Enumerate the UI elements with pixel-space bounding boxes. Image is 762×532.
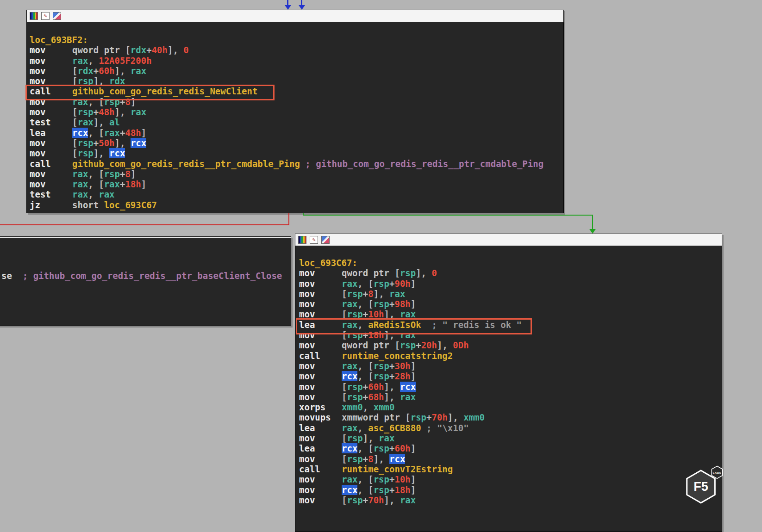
highlighted-register-token[interactable]: rcx	[342, 485, 357, 495]
register-token[interactable]: rsp	[347, 289, 362, 299]
register-token[interactable]: rsp	[347, 454, 362, 464]
mnemonic-token[interactable]: mov	[30, 97, 72, 107]
asm-line[interactable]: mov[rsp], rdx	[30, 76, 561, 86]
register-token[interactable]: rax	[72, 97, 88, 107]
mnemonic-token[interactable]: mov	[299, 433, 342, 443]
disassembly-listing[interactable]: se ; github_com_go_redis_redis__ptr_base…	[0, 239, 291, 326]
mnemonic-token[interactable]: mov	[30, 45, 72, 55]
asm-line[interactable]: movupsxmmword ptr [rsp+70h], xmm0	[299, 412, 719, 422]
label-token[interactable]: loc_693C67:	[299, 258, 357, 268]
mnemonic-token[interactable]: lea	[299, 423, 342, 433]
asm-line[interactable]: loc_693BF2:	[30, 35, 561, 45]
register-token[interactable]: xmm0	[463, 412, 485, 422]
register-token[interactable]: rax	[342, 299, 357, 309]
register-token[interactable]: rax	[99, 189, 114, 199]
mnemonic-token[interactable]: jz	[30, 200, 72, 210]
edit-icon[interactable]: ✎	[310, 236, 318, 244]
name-token[interactable]: asc_6CB880	[368, 423, 421, 433]
mnemonic-token[interactable]: mov	[299, 454, 342, 464]
asm-line[interactable]: callruntime_concatstring2	[299, 351, 719, 361]
asm-line[interactable]: learcx, [rax+48h]	[30, 128, 561, 138]
asm-line[interactable]: movrcx, [rsp+18h]	[299, 485, 719, 495]
asm-line[interactable]: movrax, [rsp+30h]	[299, 361, 719, 371]
asm-line[interactable]: mov[rsp], rax	[299, 433, 719, 443]
register-token[interactable]: rsp	[374, 485, 389, 495]
group-nodes-icon[interactable]	[53, 12, 61, 20]
mnemonic-token[interactable]: mov	[299, 278, 342, 289]
number-token[interactable]: 18h	[125, 179, 141, 189]
name-token[interactable]: loc_693C67	[104, 200, 157, 210]
mnemonic-token[interactable]: mov	[299, 382, 342, 392]
asm-line[interactable]: mov[rsp+8], rax	[299, 289, 719, 299]
asm-line[interactable]: movqword ptr [rsp+20h], 0Dh	[299, 340, 719, 350]
asm-line[interactable]: mov[rdx+60h], rax	[30, 66, 561, 76]
register-token[interactable]: rax	[400, 309, 416, 319]
mnemonic-token[interactable]: test	[30, 117, 72, 127]
register-token[interactable]: rsp	[374, 443, 389, 453]
highlighted-register-token[interactable]: rcx	[389, 454, 405, 464]
number-token[interactable]: 0	[183, 45, 188, 55]
mnemonic-token[interactable]: test	[30, 189, 72, 199]
register-token[interactable]: rax	[72, 179, 88, 189]
highlighted-register-token[interactable]: rcx	[131, 138, 146, 148]
number-token[interactable]: 48h	[125, 128, 141, 138]
register-token[interactable]: rsp	[77, 107, 93, 117]
register-token[interactable]: rax	[400, 330, 416, 340]
disassembly-listing[interactable]: loc_693BF2:movqword ptr [rdx+40h], 0movr…	[27, 23, 563, 213]
register-token[interactable]: rsp	[77, 148, 93, 158]
register-token[interactable]: rsp	[374, 474, 389, 484]
register-token[interactable]: rsp	[347, 330, 362, 340]
register-token[interactable]: rax	[131, 66, 146, 76]
number-token[interactable]: 98h	[394, 299, 410, 309]
mnemonic-token[interactable]: call	[299, 464, 342, 474]
disassembly-listing[interactable]: loc_693C67:movqword ptr [rsp], 0movrax, …	[295, 247, 722, 532]
register-token[interactable]: rsp	[77, 138, 93, 148]
register-token[interactable]: rdx	[109, 76, 125, 86]
asm-line[interactable]: movqword ptr [rsp], 0	[299, 268, 719, 278]
register-token[interactable]: rsp	[347, 392, 362, 402]
mnemonic-token[interactable]: mov	[30, 107, 72, 117]
number-token[interactable]: 8	[368, 289, 373, 299]
register-token[interactable]: rax	[400, 392, 416, 402]
asm-line[interactable]: mov[rsp+60h], rcx	[299, 382, 719, 392]
register-token[interactable]: rdx	[131, 45, 146, 55]
register-token[interactable]: rsp	[374, 361, 389, 371]
asm-line[interactable]: mov[rsp+18h], rax	[299, 330, 719, 340]
asm-line[interactable]: se ; github_com_go_redis_redis__ptr_base…	[1, 271, 291, 281]
asm-line[interactable]: mov[rsp], rcx	[30, 148, 561, 158]
mnemonic-token[interactable]: mov	[299, 392, 342, 402]
name-token[interactable]: aRedisIsOk	[368, 320, 421, 330]
asm-line[interactable]: loc_693C67:	[299, 258, 719, 268]
asm-line[interactable]: movqword ptr [rdx+40h], 0	[30, 45, 561, 55]
highlighted-register-token[interactable]: rcx	[400, 382, 416, 392]
number-token[interactable]: 0Dh	[453, 340, 468, 350]
basic-block-loc_693C67[interactable]: ✎ loc_693C67:movqword ptr [rsp], 0movrax…	[295, 234, 722, 532]
register-token[interactable]: rax	[379, 433, 394, 443]
highlighted-register-token[interactable]: rcx	[342, 371, 357, 381]
highlighted-register-token[interactable]: rcx	[342, 443, 357, 453]
mnemonic-token[interactable]: xorps	[299, 402, 342, 412]
asm-line[interactable]: callgithub_com_go_redis_redis__ptr_cmdab…	[30, 159, 561, 169]
register-token[interactable]: rax	[72, 189, 88, 199]
register-token[interactable]: rsp	[374, 278, 389, 289]
number-token[interactable]: 50h	[99, 138, 114, 148]
asm-line[interactable]: xorpsxmm0, xmm0	[299, 402, 719, 412]
number-token[interactable]: 60h	[99, 66, 114, 76]
register-token[interactable]: rax	[104, 179, 120, 189]
mnemonic-token[interactable]: mov	[299, 361, 342, 371]
mnemonic-token[interactable]: mov	[299, 495, 342, 505]
mnemonic-token[interactable]: mov	[299, 289, 342, 299]
asm-line[interactable]: movrax, [rsp+98h]	[299, 299, 719, 309]
basic-block-baseclient-close[interactable]: se ; github_com_go_redis_redis__ptr_base…	[0, 236, 291, 326]
asm-line[interactable]: mov[rsp+50h], rcx	[30, 138, 561, 148]
register-token[interactable]: rax	[342, 361, 357, 371]
mnemonic-token[interactable]: mov	[299, 474, 342, 484]
asm-line[interactable]: callgithub_com_go_redis_redis_NewClient	[30, 86, 561, 96]
asm-line[interactable]: mov[rsp+48h], rax	[30, 107, 561, 117]
mnemonic-token[interactable]: mov	[30, 138, 72, 148]
name-token[interactable]: runtime_convT2Estring	[342, 464, 453, 474]
register-token[interactable]: rax	[342, 278, 357, 289]
mnemonic-token[interactable]: mov	[299, 299, 342, 309]
register-token[interactable]: al	[109, 117, 120, 127]
number-token[interactable]: 8	[368, 454, 373, 464]
